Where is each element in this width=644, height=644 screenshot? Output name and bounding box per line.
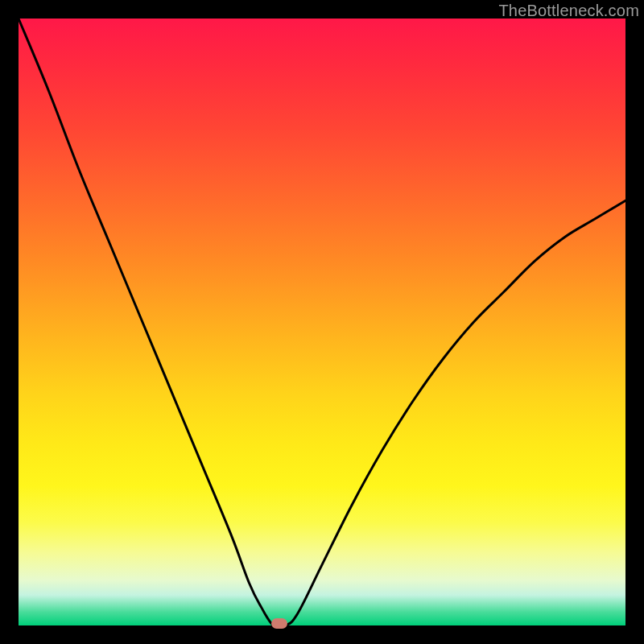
- bottleneck-curve: [19, 19, 625, 625]
- plot-area: [19, 19, 625, 625]
- optimal-point-marker: [271, 618, 287, 629]
- chart-frame: TheBottleneck.com: [0, 0, 644, 644]
- watermark-text: TheBottleneck.com: [498, 2, 639, 20]
